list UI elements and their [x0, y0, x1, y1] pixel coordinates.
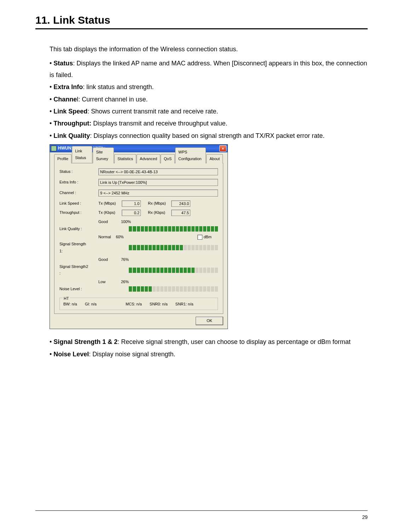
bar-segment [188, 226, 191, 232]
bar-segment [195, 226, 198, 232]
bar-segment [191, 245, 195, 250]
bar-segment [141, 286, 144, 292]
bar-segment [141, 268, 144, 273]
status-value: NRouter <--> 00-0E-2E-43-4B-13 [98, 168, 218, 175]
bar-segment [145, 226, 148, 232]
throughput-rx-value: 47.5 [171, 210, 190, 216]
extra-info-value: Link is Up [TxPower:100%] [98, 179, 218, 186]
bar-segment [133, 226, 136, 232]
tab-advanced[interactable]: Advanced [137, 154, 160, 163]
bar-segment [188, 268, 191, 273]
bar-segment [160, 245, 163, 250]
ok-button[interactable]: OK [196, 317, 223, 325]
bar-segment [184, 268, 187, 273]
bar-segment [129, 268, 132, 273]
bar-segment [180, 245, 183, 250]
tab-profile[interactable]: Profile [54, 154, 71, 163]
tab-site-survey[interactable]: Site Survey [93, 147, 114, 164]
link-speed-label: Link Speed : [59, 200, 98, 207]
bar-segment [145, 286, 148, 292]
ht-group: HT BW: n/a GI: n/a MCS: n/a SNR0: n/a SN… [59, 298, 218, 310]
bar-segment [176, 286, 179, 292]
sig1-pct: 60% [116, 234, 123, 241]
bar-segment [145, 245, 148, 250]
bar-segment [184, 286, 187, 292]
app-window: HWUN1 Wireless Utility × Profile Link St… [50, 144, 228, 329]
bar-segment [156, 226, 160, 232]
sig2-label: Signal Strength2 : [59, 263, 90, 277]
bar-segment [215, 245, 218, 250]
bar-segment [156, 245, 160, 250]
link-speed-rx-value: 243.0 [171, 200, 190, 207]
sig1-bar [129, 245, 218, 250]
tab-row: Profile Link Status Site Survey Statisti… [54, 155, 223, 163]
throughput-rx-label: Rx (Kbps) [148, 209, 169, 216]
link-quality-bar [129, 226, 218, 232]
bar-segment [129, 286, 132, 292]
bar-segment [129, 226, 132, 232]
bar-segment [211, 226, 214, 232]
bullet-noise-level: • Noise Level: Display noise signal stre… [50, 349, 368, 360]
ht-gi: GI: n/a [85, 301, 97, 308]
bar-segment [164, 226, 167, 232]
footer-rule [35, 510, 368, 511]
checkbox-icon[interactable] [197, 235, 202, 240]
bar-segment [152, 286, 156, 292]
tab-about[interactable]: About [206, 154, 223, 163]
bar-segment [191, 286, 195, 292]
bar-segment [156, 286, 160, 292]
link-speed-tx-label: Tx (Mbps) [98, 200, 120, 207]
link-quality-pct: 100% [121, 218, 131, 226]
tab-qos[interactable]: QoS [161, 154, 175, 163]
bar-segment [180, 226, 183, 232]
bar-segment [215, 226, 218, 232]
bar-segment [199, 226, 202, 232]
tab-statistics[interactable]: Statistics [114, 154, 136, 163]
bar-segment [203, 286, 206, 292]
tab-page: Status : NRouter <--> 00-0E-2E-43-4B-13 … [54, 163, 223, 314]
ht-legend: HT [63, 295, 70, 302]
bar-segment [184, 226, 187, 232]
bar-segment [133, 245, 136, 250]
bar-segment [172, 286, 175, 292]
bar-segment [133, 268, 136, 273]
bar-segment [137, 286, 140, 292]
bar-segment [207, 286, 210, 292]
bar-segment [172, 245, 175, 250]
tab-wps[interactable]: WPS Configuration [175, 147, 206, 164]
bar-segment [137, 245, 140, 250]
bar-segment [176, 268, 179, 273]
tab-link-status[interactable]: Link Status [72, 146, 92, 163]
bullet-extra-info: • Extra Info: link status and strength. [50, 81, 368, 93]
bar-segment [215, 268, 218, 273]
bar-segment [152, 245, 156, 250]
noise-label: Noise Level : [59, 286, 90, 293]
bar-segment [164, 268, 167, 273]
bar-segment [188, 286, 191, 292]
bar-segment [195, 286, 198, 292]
ht-snr1: SNR1: n/a [175, 301, 194, 308]
bar-segment [191, 268, 195, 273]
bar-segment [195, 268, 198, 273]
link-quality-qual: Good [98, 218, 116, 226]
bar-segment [191, 226, 195, 232]
bar-segment [180, 268, 183, 273]
close-icon[interactable]: × [219, 145, 226, 152]
bar-segment [133, 286, 136, 292]
bar-segment [168, 268, 171, 273]
app-icon [51, 146, 57, 151]
bullet-signal-strength: • Signal Strength 1 & 2: Receive signal … [50, 336, 368, 347]
link-quality-label: Link Quality : [59, 226, 90, 233]
throughput-label: Throughput : [59, 209, 98, 216]
bar-segment [164, 286, 167, 292]
bar-segment [160, 268, 163, 273]
bar-segment [172, 226, 175, 232]
bar-segment [168, 245, 171, 250]
bar-segment [149, 226, 152, 232]
bar-segment [172, 268, 175, 273]
bar-segment [160, 286, 163, 292]
dbm-checkbox[interactable]: dBm [197, 234, 212, 241]
sig2-pct: 76% [121, 256, 129, 263]
page-number: 29 [362, 514, 368, 520]
throughput-tx-value: 0.2 [122, 210, 141, 216]
